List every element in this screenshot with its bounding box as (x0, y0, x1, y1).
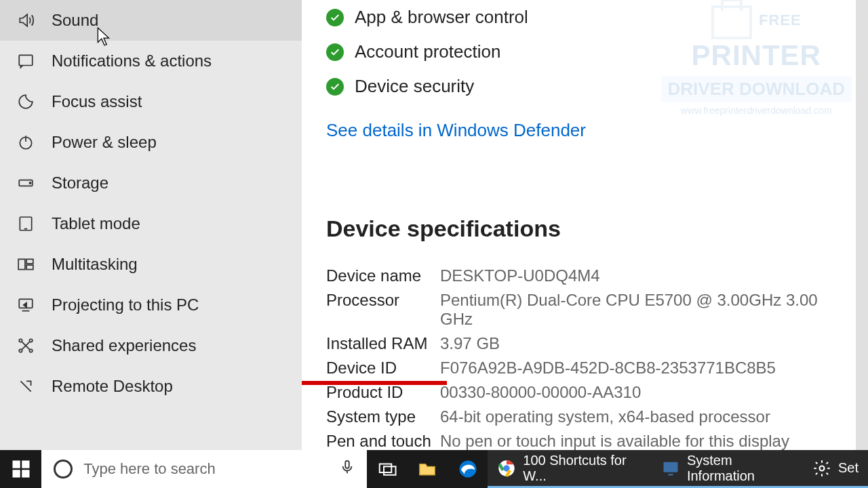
sidebar-item-label: Power & sleep (52, 133, 157, 152)
svg-rect-24 (663, 462, 677, 472)
svg-rect-25 (668, 474, 673, 475)
sidebar-item-label: Notifications & actions (52, 52, 212, 70)
taskbar: Type here to search 100 Shortcuts for W.… (0, 450, 868, 488)
edge-button[interactable] (448, 450, 488, 488)
start-button[interactable] (0, 450, 41, 488)
sidebar-item-power-sleep[interactable]: Power & sleep (0, 122, 302, 163)
svg-rect-14 (12, 461, 20, 468)
svg-point-26 (819, 466, 824, 470)
security-item: Account protection (326, 35, 868, 69)
svg-rect-18 (345, 461, 349, 468)
taskbar-app-chrome[interactable]: 100 Shortcuts for W... (488, 450, 652, 488)
sidebar-item-storage[interactable]: Storage (0, 163, 302, 203)
search-placeholder: Type here to search (83, 460, 215, 478)
sidebar-item-remote-desktop[interactable]: Remote Desktop (0, 366, 302, 407)
storage-icon (16, 174, 35, 192)
taskbar-app-label: 100 Shortcuts for W... (523, 453, 642, 484)
svg-point-3 (29, 182, 31, 184)
sidebar-item-label: Shared experiences (52, 336, 196, 355)
svg-point-12 (19, 349, 22, 352)
sidebar-item-label: Tablet mode (52, 214, 140, 233)
security-item-label: Account protection (355, 41, 500, 62)
svg-rect-15 (22, 461, 29, 468)
sidebar-item-shared-experiences[interactable]: Shared experiences (0, 325, 302, 366)
security-item: App & browser control (326, 0, 868, 35)
sidebar-item-label: Remote Desktop (52, 377, 173, 396)
spec-row-system-type: System type 64-bit operating system, x64… (326, 405, 868, 429)
spec-row-processor: Processor Pentium(R) Dual-Core CPU E5700… (326, 288, 868, 331)
check-icon (326, 43, 344, 61)
scrollbar[interactable] (856, 0, 868, 450)
svg-rect-7 (26, 259, 33, 264)
svg-rect-17 (22, 470, 29, 477)
sidebar-item-label: Projecting to this PC (52, 296, 199, 314)
check-icon (326, 9, 344, 26)
sidebar-item-tablet-mode[interactable]: Tablet mode (0, 203, 302, 244)
remote-desktop-icon (16, 377, 35, 396)
svg-rect-0 (19, 55, 33, 65)
file-explorer-button[interactable] (408, 450, 448, 488)
task-view-button[interactable] (367, 450, 407, 488)
sidebar-item-notifications[interactable]: Notifications & actions (0, 41, 302, 81)
spec-row-device-name: Device name DESKTOP-U0DQ4M4 (326, 264, 868, 288)
svg-rect-8 (26, 265, 33, 270)
svg-rect-6 (18, 259, 25, 269)
sidebar-item-label: Sound (52, 11, 98, 30)
sound-icon (16, 11, 35, 30)
security-item: Device security (326, 69, 868, 104)
spec-row-device-id: Device ID F076A92B-A9DB-452D-8CB8-235377… (326, 356, 868, 380)
svg-point-10 (19, 339, 22, 342)
sidebar-item-label: Storage (52, 174, 108, 192)
sidebar-item-projecting[interactable]: Projecting to this PC (0, 285, 302, 325)
svg-point-11 (29, 339, 32, 342)
tablet-icon (16, 214, 35, 233)
chrome-icon (497, 459, 516, 478)
defender-link[interactable]: See details in Windows Defender (326, 120, 586, 141)
sidebar-item-label: Multitasking (52, 255, 138, 274)
security-item-label: App & browser control (355, 7, 528, 28)
check-icon (326, 78, 344, 96)
multitasking-icon (16, 255, 35, 274)
spec-row-product-id: Product ID 00330-80000-00000-AA310 (326, 380, 868, 405)
security-status-list: App & browser control Account protection… (326, 0, 868, 104)
svg-rect-16 (12, 470, 20, 477)
spec-row-ram: Installed RAM 3.97 GB (326, 331, 868, 356)
security-item-label: Device security (355, 76, 474, 97)
device-specs-table: Device name DESKTOP-U0DQ4M4 Processor Pe… (326, 264, 868, 450)
taskbar-app-settings[interactable]: Set (803, 450, 868, 488)
sidebar-item-sound[interactable]: Sound (0, 0, 302, 41)
mic-icon[interactable] (340, 458, 355, 481)
svg-rect-20 (384, 466, 396, 475)
taskbar-app-sysinfo[interactable]: System Information (652, 450, 803, 488)
taskbar-app-label: Set (838, 460, 859, 476)
svg-rect-19 (380, 464, 392, 473)
cortana-icon (54, 460, 73, 479)
focus-assist-icon (16, 92, 35, 111)
spec-row-pen-touch: Pen and touch No pen or touch input is a… (326, 429, 868, 450)
notifications-icon (16, 52, 35, 70)
taskbar-app-label: System Information (687, 453, 793, 484)
sysinfo-icon (661, 459, 680, 478)
power-icon (16, 133, 35, 152)
sidebar-item-label: Focus assist (52, 92, 142, 111)
shared-experiences-icon (16, 336, 35, 355)
device-specs-title: Device specifications (326, 216, 868, 242)
sidebar-item-multitasking[interactable]: Multitasking (0, 244, 302, 285)
settings-main: FREEPRINTER DRIVER DOWNLOAD www.freeprin… (302, 0, 868, 450)
gear-icon (812, 459, 831, 478)
sidebar-item-focus-assist[interactable]: Focus assist (0, 81, 302, 122)
settings-sidebar: Sound Notifications & actions Focus assi… (0, 0, 302, 450)
taskbar-search[interactable]: Type here to search (41, 450, 367, 488)
svg-point-13 (29, 349, 32, 352)
projecting-icon (16, 296, 35, 314)
